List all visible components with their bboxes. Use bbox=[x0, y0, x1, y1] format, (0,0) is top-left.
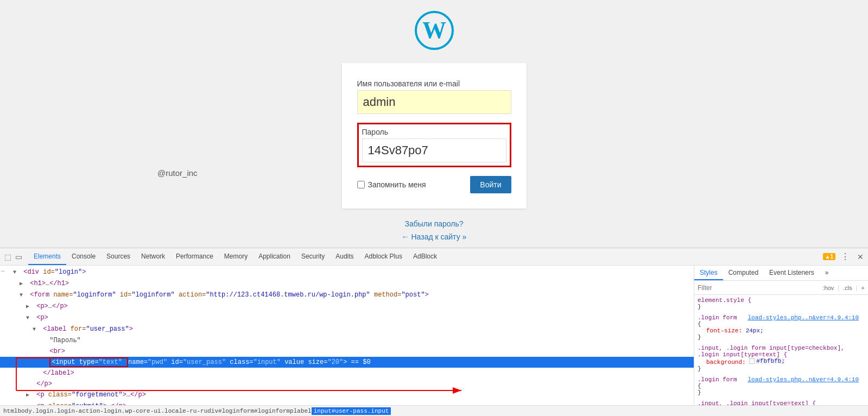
form-line[interactable]: <form name="loginform" id="loginform" ac… bbox=[0, 289, 694, 301]
style-block-login-form-1: .login form load-styles.php..n&ver=4.9.4… bbox=[698, 314, 865, 341]
password-text: "Пароль" bbox=[49, 337, 81, 344]
tag-label-close: </label> bbox=[43, 369, 74, 377]
breadcrumb-input[interactable]: input#user-pass.input bbox=[312, 407, 391, 415]
tag-submit: <p class="submit"> bbox=[36, 402, 107, 405]
username-label: Имя пользователя или e-mail bbox=[357, 79, 511, 88]
breadcrumb-div-login[interactable]: div#login bbox=[207, 408, 239, 414]
password-text-line[interactable]: "Пароль" bbox=[0, 335, 694, 346]
tab-sources[interactable]: Sources bbox=[101, 248, 136, 265]
style-open-2: { bbox=[698, 383, 701, 389]
tag-p-1-close: </p> bbox=[52, 302, 68, 310]
hov-filter[interactable]: :hov bbox=[823, 285, 834, 291]
username-field-group: Имя пользователя или e-mail bbox=[357, 79, 511, 114]
devtools-tab-bar: ⬚ ▭ Elements Console Sources Network Per… bbox=[0, 248, 868, 266]
breadcrumb-form[interactable]: form#loginform bbox=[240, 408, 290, 414]
tab-elements[interactable]: Elements bbox=[28, 248, 66, 265]
devtools-body: … <div id="login"> <h1>…</h1> <form name… bbox=[0, 266, 868, 405]
tab-audits[interactable]: Audits bbox=[330, 248, 359, 265]
inspect-icon[interactable]: ⬚ bbox=[2, 251, 13, 262]
input-text-selector: .input, .login input[type=text] { bbox=[698, 400, 816, 405]
forgetmenot-line[interactable]: <p class="forgetmenot">…</p> bbox=[0, 389, 694, 401]
br-line[interactable]: <br> bbox=[0, 346, 694, 357]
p-line-1[interactable]: <p>…</p> bbox=[0, 301, 694, 312]
triangle-icon bbox=[20, 291, 26, 300]
triangle-icon bbox=[26, 302, 33, 312]
html-line[interactable]: <div id="login"> bbox=[0, 267, 694, 278]
label-line[interactable]: <label for="user_pass"> bbox=[0, 324, 694, 335]
input-line[interactable]: <input type="text" name="pwd" id="user_p… bbox=[0, 357, 694, 368]
label-close-line[interactable]: </label> bbox=[0, 368, 694, 379]
color-swatch-fbfbfb[interactable] bbox=[749, 358, 755, 364]
password-field-group: Пароль bbox=[357, 123, 511, 167]
back-to-site-link[interactable]: ← Назад к сайту » bbox=[402, 232, 467, 241]
tab-security[interactable]: Security bbox=[296, 248, 330, 265]
login-form-selector-2: .login form bbox=[698, 376, 737, 383]
svg-text:W: W bbox=[422, 17, 446, 43]
close-devtools-icon[interactable]: ✕ bbox=[855, 251, 866, 262]
tag-forgetmenot-close: </p> bbox=[130, 391, 146, 399]
style-block-login-form-2: .login form load-styles.php..n&ver=4.9.4… bbox=[698, 376, 865, 396]
device-icon[interactable]: ▭ bbox=[13, 251, 24, 262]
styles-tab-event-listeners[interactable]: Event Listeners bbox=[764, 266, 820, 280]
style-open: { bbox=[698, 321, 701, 327]
tab-application[interactable]: Application bbox=[253, 248, 296, 265]
style-block-input-2: .input, .login input[type=text] { font-s… bbox=[698, 400, 865, 405]
style-link-2[interactable]: load-styles.php..n&ver=4.9.4:10 bbox=[747, 376, 859, 383]
tag-form: <form name="loginform" id="loginform" ac… bbox=[30, 291, 429, 299]
login-button[interactable]: Войти bbox=[470, 176, 511, 193]
h1-line[interactable]: <h1>…</h1> bbox=[0, 278, 694, 289]
tab-adblock[interactable]: AdBlock bbox=[408, 248, 442, 265]
style-block-element: element.style { } bbox=[698, 297, 865, 310]
background-prop: background: #fbfbfb; bbox=[698, 358, 865, 365]
watermark: @rutor_inc bbox=[157, 168, 198, 178]
input-selector-2: .login input[type=text] { bbox=[698, 351, 787, 358]
style-link-1[interactable]: load-styles.php..n&ver=4.9.4:10 bbox=[747, 314, 859, 321]
devtools-breadcrumb: html body.login.login-action-login.wp-co… bbox=[0, 405, 868, 416]
more-options-icon[interactable]: ⋮ bbox=[840, 251, 851, 262]
tag-label: <label for="user_pass"> bbox=[43, 325, 133, 333]
add-filter[interactable]: + bbox=[861, 285, 865, 291]
filter-buttons: :hov | .cls | + bbox=[823, 285, 865, 291]
tag-h1-close: </h1> bbox=[49, 280, 69, 287]
triangle-icon bbox=[26, 390, 33, 400]
tab-memory[interactable]: Memory bbox=[219, 248, 253, 265]
forgot-password-link[interactable]: Забыли пароль? bbox=[402, 219, 467, 228]
tag-p-open: <p> bbox=[36, 314, 48, 322]
warning-badge: ▲1 bbox=[823, 253, 835, 260]
breadcrumb-body[interactable]: body.login.login-action-login.wp-core-ui… bbox=[17, 408, 207, 414]
input-attrs: name="pwd" id="user_pass" class="input" … bbox=[128, 358, 347, 366]
breadcrumb-label[interactable]: label bbox=[294, 408, 312, 414]
font-size-val: 24px; bbox=[746, 327, 764, 334]
styles-filter-input[interactable] bbox=[698, 284, 823, 292]
font-size-name: font-size: bbox=[706, 327, 742, 334]
background-val: #fbfbfb; bbox=[749, 358, 785, 364]
tab-adblock-plus[interactable]: Adblock Plus bbox=[359, 248, 408, 265]
input-selector-1: .input, .login form input[type=checkbox]… bbox=[698, 345, 845, 351]
styles-tab-more[interactable]: » bbox=[820, 266, 834, 280]
tag-h1: <h1> bbox=[30, 280, 46, 287]
password-label: Пароль bbox=[362, 128, 506, 136]
styles-tab-styles[interactable]: Styles bbox=[694, 266, 723, 280]
password-input[interactable] bbox=[362, 138, 506, 162]
login-box: Имя пользователя или e-mail Пароль Запом… bbox=[342, 63, 527, 209]
p-open-line[interactable]: <p> bbox=[0, 312, 694, 324]
ellipsis: … bbox=[126, 391, 130, 399]
dollar-zero: == $0 bbox=[351, 358, 371, 366]
elements-panel[interactable]: … <div id="login"> <h1>…</h1> <form name… bbox=[0, 266, 694, 405]
tab-console[interactable]: Console bbox=[66, 248, 101, 265]
triangle-icon bbox=[26, 313, 33, 323]
style-close: } bbox=[698, 334, 701, 341]
tab-network[interactable]: Network bbox=[136, 248, 170, 265]
style-close-2: } bbox=[698, 365, 701, 372]
p-close-line[interactable]: </p> bbox=[0, 379, 694, 389]
styles-tab-computed[interactable]: Computed bbox=[723, 266, 764, 280]
submit-line[interactable]: <p class="submit">…</p> bbox=[0, 401, 694, 405]
cls-filter[interactable]: .cls bbox=[843, 285, 852, 291]
login-form-selector: .login form bbox=[698, 314, 737, 321]
breadcrumb-p[interactable]: p bbox=[290, 408, 294, 414]
styles-content[interactable]: element.style { } .login form load-style… bbox=[694, 295, 868, 405]
tab-performance[interactable]: Performance bbox=[170, 248, 219, 265]
remember-checkbox[interactable] bbox=[357, 181, 365, 188]
username-input[interactable] bbox=[357, 90, 511, 114]
breadcrumb-html[interactable]: html bbox=[3, 408, 17, 414]
